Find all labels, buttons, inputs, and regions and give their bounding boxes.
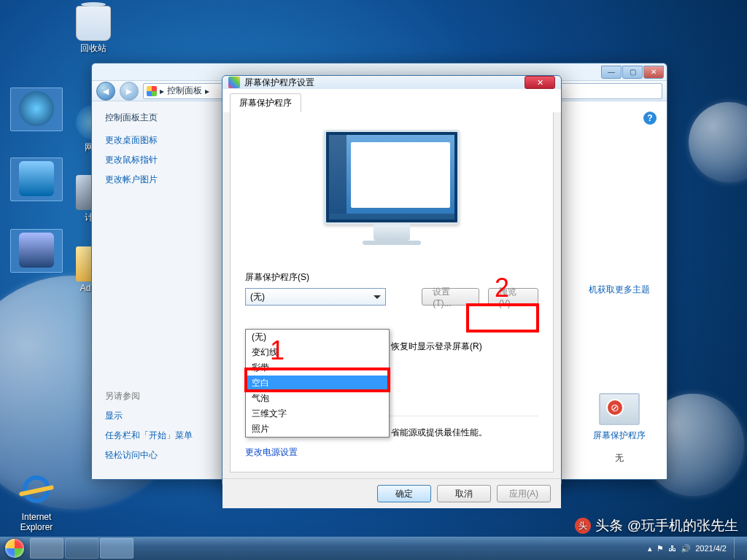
settings-button[interactable]: 设置(T)... xyxy=(422,288,479,306)
sidebar-desktop-icons[interactable]: 更改桌面图标 xyxy=(105,134,211,147)
ss-titlebar[interactable]: 屏幕保护程序设置 ✕ xyxy=(222,76,561,89)
help-icon[interactable]: ? xyxy=(643,112,657,125)
ok-button[interactable]: 确定 xyxy=(377,485,431,502)
tray-network-icon[interactable]: 🖧 xyxy=(668,544,676,553)
watermark-text: 头条 @玩手机的张先生 xyxy=(595,516,738,535)
taskbar-clock[interactable]: 2021/4/2 xyxy=(695,544,727,553)
desktop-shortcut-2[interactable] xyxy=(10,158,63,201)
sidebar-display[interactable]: 显示 xyxy=(105,410,211,422)
option-bubbles[interactable]: 气泡 xyxy=(246,391,389,406)
dialog-button-bar: 确定 取消 应用(A) xyxy=(222,478,561,508)
screensaver-selected: (无) xyxy=(250,291,265,303)
tab-screensaver[interactable]: 屏幕保护程序 xyxy=(230,93,301,112)
dialog-title: 屏幕保护程序设置 xyxy=(244,77,314,89)
ie-label: Internet Explorer xyxy=(10,512,63,532)
option-none[interactable]: (无) xyxy=(246,330,389,345)
power-text: 省能源或提供最佳性能。 xyxy=(391,427,538,439)
dialog-icon xyxy=(228,77,240,88)
ie-icon[interactable]: Internet Explorer xyxy=(10,475,63,532)
resume-label: 恢复时显示登录屏幕(R) xyxy=(391,341,482,351)
screensaver-link[interactable]: 屏幕保护程序 xyxy=(587,429,652,442)
taskbar-item-1[interactable] xyxy=(30,538,63,559)
annotation-label-2: 2 xyxy=(495,273,509,303)
taskbar-item-3[interactable] xyxy=(100,538,133,559)
watermark-icon: 头 xyxy=(575,518,591,534)
taskbar[interactable]: ▴ ⚑ 🖧 🔊 2021/4/2 xyxy=(0,537,747,560)
dialog-close-button[interactable]: ✕ xyxy=(525,76,555,89)
start-button[interactable] xyxy=(0,537,29,560)
close-button[interactable]: ✕ xyxy=(643,66,664,79)
minimize-button[interactable]: — xyxy=(601,66,622,79)
sidebar-home[interactable]: 控制面板主页 xyxy=(105,112,211,124)
screensaver-combo[interactable]: (无) xyxy=(245,288,386,306)
breadcrumb-root: 控制面板 xyxy=(167,85,202,97)
power-settings-link[interactable]: 更改电源设置 xyxy=(245,446,538,459)
desktop-shortcut-3[interactable] xyxy=(10,229,63,273)
tray-chevron-icon[interactable]: ▴ xyxy=(648,544,652,553)
screensaver-dropdown[interactable]: (无) 变幻线 彩带 空白 气泡 三维文字 照片 xyxy=(245,329,390,438)
system-tray[interactable]: ▴ ⚑ 🖧 🔊 2021/4/2 xyxy=(642,538,747,559)
watermark: 头 头条 @玩手机的张先生 xyxy=(575,516,738,535)
option-mystify[interactable]: 变幻线 xyxy=(246,345,389,360)
tray-volume-icon[interactable]: 🔊 xyxy=(681,544,691,553)
annotation-label-1: 1 xyxy=(270,335,285,366)
flag-icon xyxy=(147,86,157,96)
tray-flag-icon[interactable]: ⚑ xyxy=(657,544,664,553)
sidebar-taskbar[interactable]: 任务栏和「开始」菜单 xyxy=(105,429,211,442)
option-3dtext[interactable]: 三维文字 xyxy=(246,406,389,421)
cp-sidebar: 控制面板主页 更改桌面图标 更改鼠标指针 更改帐户图片 另请参阅 显示 任务栏和… xyxy=(92,101,225,479)
option-ribbons[interactable]: 彩带 xyxy=(246,360,389,376)
recycle-bin-icon[interactable]: 回收站 xyxy=(67,6,120,55)
sidebar-mouse-pointers[interactable]: 更改鼠标指针 xyxy=(105,154,211,166)
show-desktop-button[interactable] xyxy=(734,538,741,559)
back-button[interactable]: ◄ xyxy=(96,82,115,101)
monitor-preview xyxy=(324,130,460,249)
recycle-bin-label: 回收站 xyxy=(67,42,120,55)
sidebar-ease-of-access[interactable]: 轻松访问中心 xyxy=(105,449,211,462)
cancel-button[interactable]: 取消 xyxy=(437,485,491,502)
option-photos[interactable]: 照片 xyxy=(246,421,389,437)
maximize-button[interactable]: ▢ xyxy=(622,66,643,79)
more-themes-link[interactable]: 机获取更多主题 xyxy=(587,284,652,296)
forward-button[interactable]: ► xyxy=(120,82,139,101)
option-blank[interactable]: 空白 xyxy=(246,376,389,391)
desktop-shortcut-1[interactable] xyxy=(10,88,63,131)
sidebar-see-also: 另请参阅 xyxy=(105,390,211,402)
screensaver-value: 无 xyxy=(587,452,652,464)
apply-button[interactable]: 应用(A) xyxy=(497,485,551,502)
sidebar-account-picture[interactable]: 更改帐户图片 xyxy=(105,174,211,186)
taskbar-item-2[interactable] xyxy=(65,538,98,559)
